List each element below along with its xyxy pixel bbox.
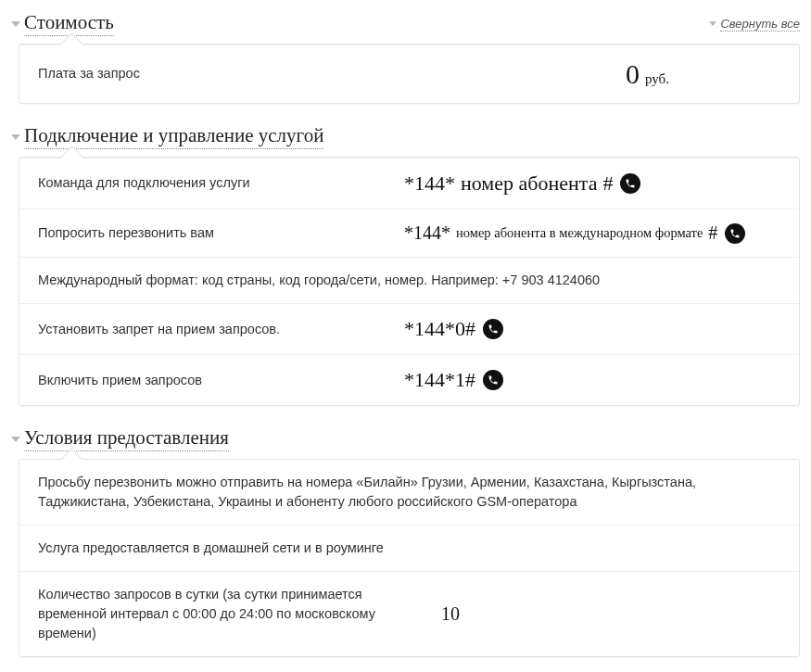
phone-icon[interactable] [725, 223, 745, 244]
terms-row-roaming: Услуга предоставляется в домашней сети и… [19, 525, 799, 571]
cost-row: Плата за запрос 0 руб. [19, 44, 799, 103]
section-title: Условия предоставления [24, 426, 229, 451]
ussd-code-part: # [602, 171, 613, 196]
collapse-all-label: Свернуть все [720, 17, 800, 32]
ussd-code-part: номер абонента в международном формате [456, 225, 703, 241]
collapse-all-button[interactable]: Свернуть все [709, 17, 800, 32]
ussd-code: *144*1# [404, 368, 475, 392]
terms-panel: Просьбу перезвонить можно отправить на н… [19, 459, 800, 657]
limit-value: 10 [404, 603, 460, 625]
manage-row-callback: Попросить перезвонить вам *144*номер або… [19, 209, 799, 257]
phone-icon[interactable] [483, 370, 503, 390]
row-label: Количество запросов в сутки (за сутки пр… [38, 585, 404, 643]
fee-label: Плата за запрос [38, 64, 404, 83]
row-label: Включить прием запросов [38, 371, 404, 390]
ussd-code: *144*0# [404, 317, 475, 341]
section-toggle-cost[interactable]: Стоимость [11, 11, 114, 36]
manage-row-block: Установить запрет на прием запросов. *14… [19, 303, 799, 354]
chevron-down-icon [11, 437, 20, 442]
ussd-code-part: # [708, 222, 717, 244]
cost-panel: Плата за запрос 0 руб. [19, 44, 800, 104]
chevron-down-icon [11, 134, 20, 140]
phone-icon[interactable] [620, 173, 640, 194]
fee-unit: руб. [645, 71, 669, 87]
ussd-code-part: номер абонента [461, 171, 597, 196]
section-title: Стоимость [24, 11, 114, 36]
chevron-down-icon [11, 21, 20, 27]
section-toggle-terms[interactable]: Условия предоставления [11, 426, 800, 451]
phone-icon[interactable] [483, 319, 503, 339]
ussd-code-part: *144* [404, 222, 450, 244]
row-label: Установить запрет на прием запросов. [38, 320, 404, 339]
terms-row-countries: Просьбу перезвонить можно отправить на н… [19, 460, 799, 525]
terms-row-limit: Количество запросов в сутки (за сутки пр… [19, 571, 799, 656]
manage-row-connect: Команда для подключения услуги *144*номе… [19, 158, 799, 209]
manage-panel: Команда для подключения услуги *144*номе… [19, 157, 800, 406]
fee-value: 0 [626, 58, 640, 90]
manage-row-format-note: Международный формат: код страны, код го… [19, 257, 799, 303]
section-title: Подключение и управление услугой [24, 124, 323, 149]
manage-row-enable: Включить прием запросов *144*1# [19, 354, 799, 405]
row-label: Команда для подключения услуги [38, 173, 404, 193]
row-label: Попросить перезвонить вам [38, 223, 404, 243]
section-toggle-manage[interactable]: Подключение и управление услугой [11, 124, 800, 149]
chevron-down-icon [709, 21, 716, 26]
ussd-code-part: *144* [404, 171, 455, 196]
